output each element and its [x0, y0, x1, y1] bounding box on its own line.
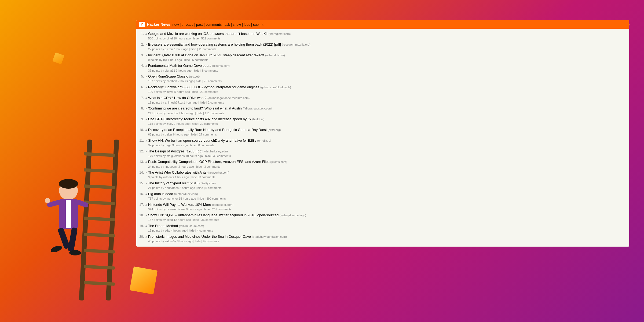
story-content: Posix Compatibility Comparison: GCP File… [148, 159, 627, 169]
vote-arrow[interactable]: ▲ [145, 53, 148, 57]
story-link[interactable]: The history of "typeof null" (2013) [148, 181, 200, 185]
story-link[interactable]: PocketPy: Lightweight(~5000 LOC) Python … [148, 85, 259, 89]
story-number: 8. [137, 106, 145, 110]
story-link[interactable]: Open RuneScape Classic [148, 74, 188, 78]
svg-point-21 [45, 198, 50, 203]
story-item: 16. ▲ Big data is dead (motherduck.com) … [136, 191, 629, 202]
svg-point-12 [59, 179, 78, 189]
vote-arrow[interactable]: ▲ [145, 149, 148, 153]
vote-arrow[interactable]: ▲ [145, 202, 148, 206]
story-domain: (motherduck.com) [174, 192, 198, 196]
story-item: 11. ▲ Show HN: We built an open-source L… [136, 138, 629, 148]
story-content: Open RuneScape Classic (rsc.vet) 157 poi… [148, 74, 627, 84]
story-number: 4. [137, 63, 145, 68]
vote-arrow[interactable]: ▲ [145, 31, 148, 35]
nav-jobs[interactable]: jobs [244, 23, 250, 27]
story-meta: 37 points by signa11 3 hours ago | hide … [148, 68, 627, 73]
story-item: 14. ▲ The Artist Who Collaborates with A… [136, 170, 629, 180]
story-content: Show HN: We built an open-source LaunchD… [148, 138, 627, 148]
vote-arrow[interactable]: ▲ [145, 181, 148, 185]
story-meta: 48 points by saturn5k 8 hours ago | hide… [148, 239, 627, 244]
story-link[interactable]: The Design of Postgres (1986) [pdf] [148, 149, 203, 153]
vote-arrow[interactable]: ▲ [145, 96, 148, 99]
story-meta: 63 points by belter 6 hours ago | hide |… [148, 132, 627, 137]
story-meta: 19 points by zdw 4 hours ago | hide | 4 … [148, 228, 627, 233]
story-number: 14. [137, 170, 145, 174]
story-link[interactable]: Use GPT-3 incorrectly: reduce costs 40x … [148, 117, 251, 121]
story-link[interactable]: Show HN: We built an open-source LaunchD… [148, 138, 256, 142]
story-title: Browsers are essential and how operating… [148, 42, 627, 47]
story-domain: (minimuseum.com) [179, 224, 204, 228]
story-content: Big data is dead (motherduck.com) 767 po… [148, 192, 627, 201]
story-number: 19. [137, 224, 145, 228]
story-number: 13. [137, 159, 145, 164]
story-item: 17. ▲ Nintendo Will Pay Its Workers 10% … [136, 202, 629, 213]
story-domain: (fallows.substack.com) [243, 107, 272, 110]
nav-show[interactable]: show [233, 23, 241, 27]
story-link[interactable]: Google and Mozilla are working on iOS br… [148, 32, 268, 36]
vote-arrow[interactable]: ▲ [145, 213, 148, 217]
decorative-cube-small-left [52, 52, 64, 64]
story-title: Prehistoric Images and Medicines Under t… [148, 234, 627, 239]
vote-arrow[interactable]: ▲ [145, 63, 148, 67]
story-link[interactable]: Show HN: SQRL – Anti-spam rules language… [148, 213, 279, 217]
vote-arrow[interactable]: ▲ [145, 159, 148, 163]
story-domain: (research.mozilla.org) [282, 43, 310, 46]
vote-arrow[interactable]: ▲ [145, 85, 148, 89]
svg-point-19 [50, 244, 63, 254]
vote-arrow[interactable]: ▲ [145, 42, 148, 46]
vote-arrow[interactable]: ▲ [145, 74, 148, 78]
vote-arrow[interactable]: ▲ [145, 170, 148, 174]
story-title: PocketPy: Lightweight(~5000 LOC) Python … [148, 85, 627, 90]
story-link[interactable]: Incident: Qatar B788 at Doha on Jan 10th… [148, 53, 264, 57]
nav-ask[interactable]: ask [225, 23, 230, 27]
story-link[interactable]: Nintendo Will Pay Its Workers 10% More [148, 203, 211, 207]
story-link[interactable]: Prehistoric Images and Medicines Under t… [148, 235, 251, 239]
story-number: 2. [137, 42, 145, 46]
story-title: The Artist Who Collaborates with Ants (n… [148, 170, 627, 175]
story-meta: 530 points by Liriel 10 hours ago | hide… [148, 36, 627, 41]
story-link[interactable]: What is a CDN? How do CDNs work? [148, 96, 206, 100]
story-link[interactable]: Discovery of an Exceptionally Rare Nearb… [148, 128, 267, 132]
story-title: Open RuneScape Classic (rsc.vet) [148, 74, 627, 79]
hn-nav: new | threads | past | comments | ask | … [173, 23, 264, 27]
vote-arrow[interactable]: ▲ [145, 127, 148, 131]
story-meta: 167 points by qxoq 12 hours ago | hide |… [148, 218, 627, 222]
nav-submit[interactable]: submit [253, 23, 263, 27]
story-item: 4. ▲ Fundamental Math for Game Developer… [136, 63, 629, 74]
vote-arrow[interactable]: ▲ [145, 106, 148, 110]
story-title: Google and Mozilla are working on iOS br… [148, 31, 627, 36]
story-link[interactable]: 'Confirming we are cleared to land?' Who… [148, 106, 242, 110]
story-content: Use GPT-3 incorrectly: reduce costs 40x … [148, 117, 627, 126]
nav-new[interactable]: new [173, 23, 179, 27]
vote-arrow[interactable]: ▲ [145, 234, 148, 238]
story-link[interactable]: The Broom Method [148, 224, 178, 228]
svg-rect-16 [76, 199, 89, 208]
story-domain: (gamespot.com) [212, 203, 233, 206]
story-title: Incident: Qatar B788 at Doha on Jan 10th… [148, 53, 627, 58]
story-link[interactable]: Browsers are essential and how operating… [148, 42, 281, 46]
vote-arrow[interactable]: ▲ [145, 138, 148, 142]
story-item: 19. ▲ The Broom Method (minimuseum.com) … [136, 223, 629, 234]
story-item: 8. ▲ 'Confirming we are cleared to land?… [136, 105, 629, 116]
nav-comments[interactable]: comments [206, 23, 222, 27]
story-title: Discovery of an Exceptionally Rare Nearb… [148, 127, 627, 132]
story-item: 3. ▲ Incident: Qatar B788 at Doha on Jan… [136, 52, 629, 63]
vote-arrow[interactable]: ▲ [145, 192, 148, 195]
story-link[interactable]: Fundamental Math for Game Developers [148, 64, 211, 68]
story-content: PocketPy: Lightweight(~5000 LOC) Python … [148, 85, 627, 94]
vote-arrow[interactable]: ▲ [145, 224, 148, 227]
story-title: Nintendo Will Pay Its Workers 10% More (… [148, 202, 627, 207]
person-illustration [42, 177, 95, 290]
nav-threads[interactable]: threads [182, 23, 193, 27]
nav-past[interactable]: past [196, 23, 203, 27]
story-content: Discovery of an Exceptionally Rare Nearb… [148, 127, 627, 137]
vote-arrow[interactable]: ▲ [145, 117, 148, 120]
story-link[interactable]: The Artist Who Collaborates with Ants [148, 170, 206, 174]
story-link[interactable]: Big data is dead [148, 192, 173, 196]
story-number: 5. [137, 74, 145, 78]
story-domain: (bradshawfoundation.com) [252, 235, 287, 238]
story-number: 20. [137, 234, 145, 239]
story-link[interactable]: Posix Compatibility Comparison: GCP File… [148, 160, 269, 164]
story-item: 18. ▲ Show HN: SQRL – Anti-spam rules la… [136, 212, 629, 223]
